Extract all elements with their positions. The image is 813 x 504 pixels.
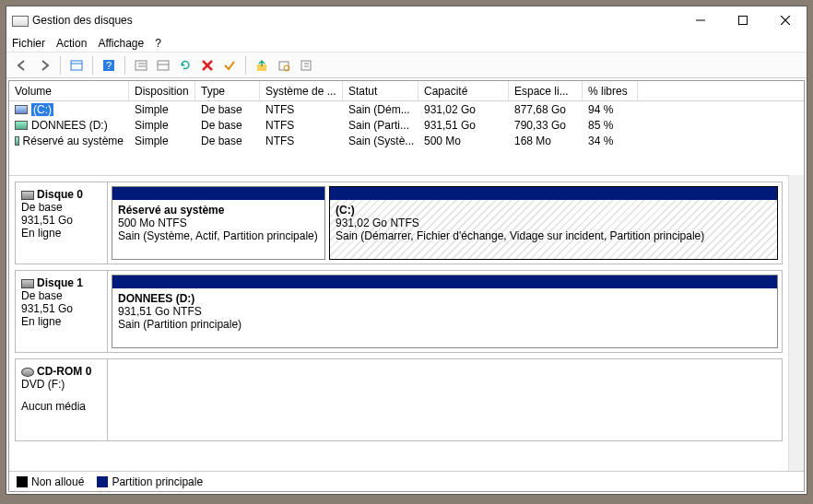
partition-name: Réservé au système <box>118 204 319 217</box>
svg-rect-18 <box>301 61 311 70</box>
volume-free: 790,33 Go <box>509 117 583 133</box>
refresh-button[interactable] <box>175 55 195 76</box>
col-capacity[interactable]: Capacité <box>418 81 509 100</box>
disk-info: CD-ROM 0 DVD (F:) Aucun média <box>16 359 108 440</box>
col-percent[interactable]: % libres <box>583 81 638 100</box>
partition-header <box>112 275 777 288</box>
svg-rect-4 <box>71 61 82 70</box>
legend-primary-label: Partition principale <box>112 475 203 488</box>
partition-status: Sain (Système, Actif, Partition principa… <box>118 229 319 242</box>
volume-disposition: Simple <box>129 117 195 133</box>
volume-free: 168 Mo <box>509 133 583 148</box>
menu-fichier[interactable]: Fichier <box>12 37 45 50</box>
legend-unallocated-label: Non alloué <box>31 475 84 488</box>
disk-title: CD-ROM 0 <box>37 365 91 378</box>
col-status[interactable]: Statut <box>343 81 418 100</box>
partition-header <box>112 187 324 200</box>
disk-row[interactable]: Disque 0 De base 931,51 Go En ligne Rése… <box>15 182 783 264</box>
volume-status: Sain (Systè... <box>343 133 418 148</box>
volume-pct: 85 % <box>583 117 638 133</box>
forward-button[interactable] <box>34 55 54 76</box>
close-button[interactable] <box>764 6 807 34</box>
maximize-button[interactable] <box>722 6 764 34</box>
partition-size: 500 Mo NTFS <box>118 217 319 229</box>
disk-icon <box>21 191 34 200</box>
partition-header <box>330 187 777 200</box>
disk-row[interactable]: CD-ROM 0 DVD (F:) Aucun média <box>15 358 783 441</box>
app-icon <box>12 14 27 27</box>
title-bar: Gestion des disques <box>6 6 807 34</box>
menu-bar: Fichier Action Affichage ? <box>6 34 807 53</box>
delete-button[interactable] <box>197 55 218 76</box>
menu-action[interactable]: Action <box>56 37 87 50</box>
volume-name: DONNEES (D:) <box>31 119 108 132</box>
volume-type: De base <box>195 101 260 117</box>
toolbar-button-b[interactable] <box>274 55 294 76</box>
volume-list: Volume Disposition Type Système de ... S… <box>9 81 804 175</box>
toolbar: ? <box>6 53 807 78</box>
volume-row[interactable]: DONNEES (D:) Simple De base NTFS Sain (P… <box>9 117 804 133</box>
toolbar-button-view[interactable] <box>66 55 87 76</box>
volume-fs: NTFS <box>260 117 343 133</box>
volume-capacity: 500 Mo <box>418 133 509 148</box>
toolbar-button-a[interactable] <box>252 55 272 76</box>
scrollbar[interactable] <box>788 175 804 471</box>
partition-status: Sain (Démarrer, Fichier d'échange, Vidag… <box>336 229 772 242</box>
disk-type: DVD (F:) <box>21 378 101 391</box>
back-button[interactable] <box>12 55 32 76</box>
volume-fs: NTFS <box>260 101 343 117</box>
partition[interactable]: Réservé au système 500 Mo NTFS Sain (Sys… <box>112 186 325 260</box>
minimize-button[interactable] <box>679 6 722 34</box>
legend-primary-icon <box>97 476 108 487</box>
volume-fs: NTFS <box>260 133 343 148</box>
disk-title: Disque 1 <box>37 276 83 289</box>
col-freespace[interactable]: Espace li... <box>509 81 583 100</box>
volume-capacity: 931,51 Go <box>418 117 509 133</box>
volume-disposition: Simple <box>129 101 195 117</box>
disk-icon <box>21 279 34 288</box>
partition-status: Sain (Partition principale) <box>118 318 772 331</box>
disk-size: 931,51 Go <box>21 302 101 315</box>
help-button[interactable]: ? <box>99 55 119 76</box>
drive-icon <box>15 121 28 130</box>
partition[interactable]: (C:) 931,02 Go NTFS Sain (Démarrer, Fich… <box>329 186 778 260</box>
column-headers: Volume Disposition Type Système de ... S… <box>9 81 804 101</box>
disk-info: Disque 0 De base 931,51 Go En ligne <box>16 182 108 264</box>
volume-name: Réservé au système <box>23 135 124 147</box>
disk-title: Disque 0 <box>37 188 83 201</box>
col-type[interactable]: Type <box>195 81 260 100</box>
drive-icon <box>15 105 28 114</box>
volume-capacity: 931,02 Go <box>418 101 509 117</box>
volume-row[interactable]: (C:) Simple De base NTFS Sain (Dém... 93… <box>9 101 804 117</box>
volume-rows: (C:) Simple De base NTFS Sain (Dém... 93… <box>9 101 804 175</box>
col-disposition[interactable]: Disposition <box>129 81 195 100</box>
toolbar-button-detail[interactable] <box>153 55 173 76</box>
check-button[interactable] <box>219 55 240 76</box>
toolbar-button-list[interactable] <box>131 55 151 76</box>
volume-disposition: Simple <box>129 133 195 148</box>
partition-size: 931,02 Go NTFS <box>336 217 772 229</box>
partition[interactable]: DONNEES (D:) 931,51 Go NTFS Sain (Partit… <box>112 275 778 348</box>
svg-rect-8 <box>136 61 147 70</box>
volume-type: De base <box>195 117 260 133</box>
disk-info: Disque 1 De base 931,51 Go En ligne <box>16 271 108 352</box>
volume-pct: 94 % <box>583 101 638 117</box>
menu-affichage[interactable]: Affichage <box>98 37 144 50</box>
col-filesystem[interactable]: Système de ... <box>260 81 343 100</box>
disk-row[interactable]: Disque 1 De base 931,51 Go En ligne DONN… <box>15 270 783 353</box>
volume-free: 877,68 Go <box>509 101 583 117</box>
volume-type: De base <box>195 133 260 148</box>
svg-rect-11 <box>158 61 169 70</box>
toolbar-button-c[interactable] <box>296 55 316 76</box>
window-title: Gestion des disques <box>32 14 679 27</box>
partition-name: DONNEES (D:) <box>118 292 772 305</box>
toolbar-separator <box>124 56 125 75</box>
volume-row[interactable]: Réservé au système Simple De base NTFS S… <box>9 133 804 148</box>
disk-type: De base <box>21 201 101 214</box>
menu-help[interactable]: ? <box>155 37 161 50</box>
col-volume[interactable]: Volume <box>9 81 129 100</box>
volume-name: (C:) <box>31 103 53 116</box>
toolbar-separator <box>60 56 61 75</box>
disk-status: En ligne <box>21 315 101 328</box>
cdrom-icon <box>21 368 34 377</box>
